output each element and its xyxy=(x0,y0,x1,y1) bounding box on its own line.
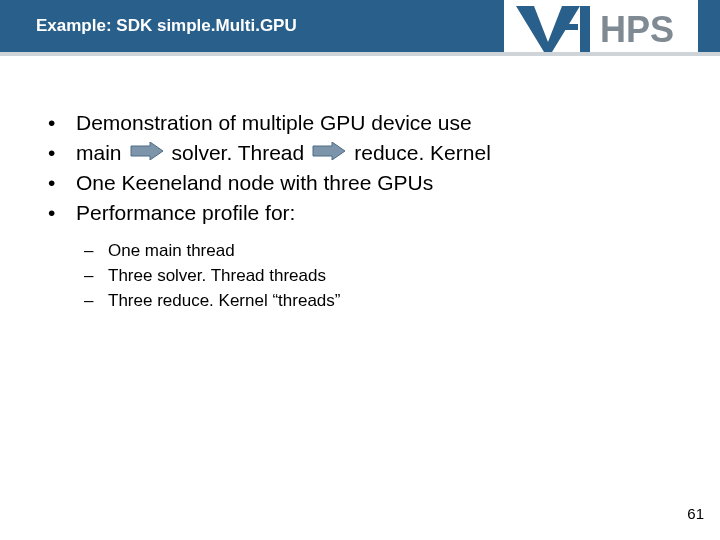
svg-rect-1 xyxy=(564,24,578,30)
bullet-text: Demonstration of multiple GPU device use xyxy=(76,111,472,134)
bullet-item: Performance profile for: xyxy=(36,198,684,228)
bullet-list: Demonstration of multiple GPU device use… xyxy=(36,108,684,228)
svg-rect-2 xyxy=(580,6,590,52)
flow-solver: solver. Thread xyxy=(172,138,305,168)
arrow-right-icon xyxy=(312,138,346,168)
logo-text: HPS xyxy=(600,9,674,50)
arrow-right-icon xyxy=(130,138,164,168)
bullet-item: Demonstration of multiple GPU device use xyxy=(36,108,684,138)
bullet-item: main solver. Thread reduce. Kernel xyxy=(36,138,684,168)
sub-item: Three reduce. Kernel “threads” xyxy=(84,288,684,313)
slide-body: Demonstration of multiple GPU device use… xyxy=(36,108,684,313)
bullet-text: One Keeneland node with three GPUs xyxy=(76,171,433,194)
title-band: Example: SDK simple.Multi.GPU HPS xyxy=(0,0,720,56)
sub-list: One main thread Three solver. Thread thr… xyxy=(84,238,684,313)
flow-reduce: reduce. Kernel xyxy=(354,138,491,168)
bullet-item: One Keeneland node with three GPUs xyxy=(36,168,684,198)
bullet-text: Performance profile for: xyxy=(76,201,295,224)
vi-hps-logo: HPS xyxy=(504,0,698,60)
page-number: 61 xyxy=(687,505,704,522)
slide-title: Example: SDK simple.Multi.GPU xyxy=(36,16,297,36)
flow-main: main xyxy=(76,138,122,168)
sub-item: Three solver. Thread threads xyxy=(84,263,684,288)
sub-item: One main thread xyxy=(84,238,684,263)
flow-line: main solver. Thread reduce. Kernel xyxy=(76,138,491,168)
